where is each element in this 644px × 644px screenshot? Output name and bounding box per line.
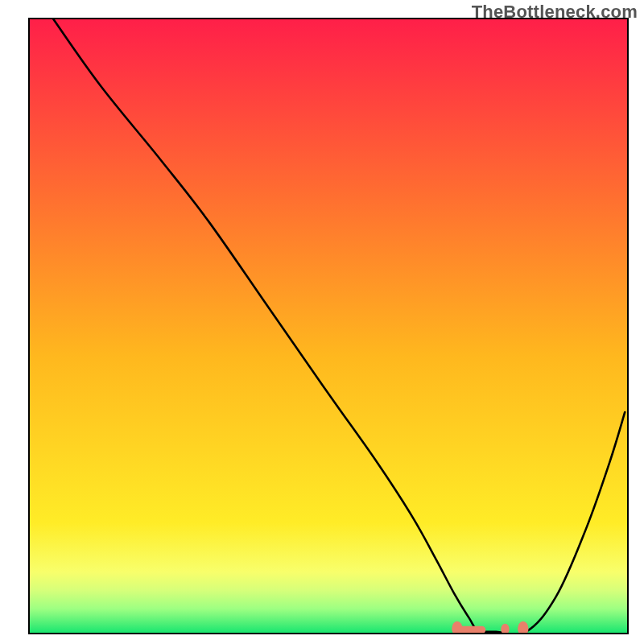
chart-container [28,18,629,634]
marker-point [459,626,485,634]
plot-background [29,19,628,634]
bottleneck-chart [28,18,629,634]
watermark-text: TheBottleneck.com [472,2,638,23]
